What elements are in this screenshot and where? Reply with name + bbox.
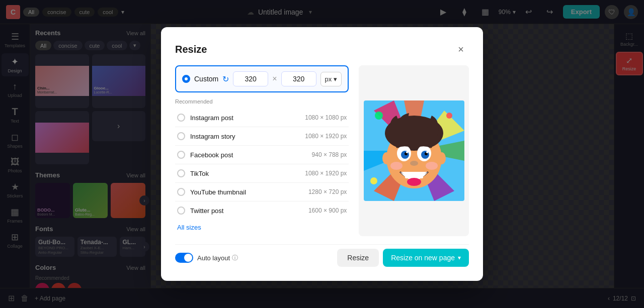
size-name-facebook-post: Facebook post [190,151,307,159]
svg-point-23 [390,162,403,170]
toggle-knob [184,254,192,262]
size-dims-instagram-post: 1080 × 1080 px [305,114,347,121]
svg-point-29 [370,177,377,184]
svg-point-17 [426,151,428,153]
svg-point-27 [375,112,383,120]
size-radio-instagram-post[interactable] [177,114,185,122]
size-item-twitter-post[interactable]: Twitter post 1600 × 900 px [175,201,349,220]
size-name-twitter-post: Twitter post [190,207,303,215]
unit-chevron: ▾ [334,75,337,83]
modal-header: Resize × [175,41,469,57]
size-name-instagram-story: Instagram story [190,133,300,140]
svg-rect-19 [405,172,411,178]
dim-separator: × [272,74,277,83]
modal-title: Resize [175,44,207,55]
preview-canvas [359,65,469,236]
auto-layout-switch[interactable] [175,253,193,263]
resize-button[interactable]: Resize [337,249,379,267]
modal-overlay: Resize × Custom ↻ × px ▾ [0,0,644,308]
recommended-label: Recommended [175,98,349,105]
resize-modal: Resize × Custom ↻ × px ▾ [161,27,483,281]
resize-new-chevron-icon[interactable]: ▾ [458,254,461,261]
size-radio-facebook-post[interactable] [177,151,185,159]
preview-image [364,100,464,201]
custom-radio[interactable] [182,75,190,83]
svg-point-25 [382,152,390,164]
svg-point-18 [410,161,418,166]
size-item-instagram-story[interactable]: Instagram story 1080 × 1920 px [175,127,349,146]
size-dims-instagram-story: 1080 × 1920 px [305,133,347,140]
info-icon[interactable]: ⓘ [232,254,238,262]
size-name-tiktok: TikTok [190,170,300,177]
width-input[interactable] [233,71,268,86]
size-radio-youtube-thumbnail[interactable] [177,188,185,196]
preview-svg [364,100,464,201]
svg-rect-20 [411,172,417,178]
size-item-instagram-post[interactable]: Instagram post 1080 × 1080 px [175,109,349,127]
height-input[interactable] [281,71,316,86]
all-sizes-link[interactable]: All sizes [175,222,349,233]
size-radio-instagram-story[interactable] [177,132,185,140]
svg-point-22 [407,178,421,186]
size-dims-facebook-post: 940 × 788 px [312,151,347,158]
auto-layout-text: Auto layout [197,254,230,262]
size-item-facebook-post[interactable]: Facebook post 940 × 788 px [175,146,349,164]
footer-buttons: Resize Resize on new page ▾ [337,249,469,267]
size-dims-twitter-post: 1600 × 900 px [308,207,347,214]
size-name-instagram-post: Instagram post [190,114,300,122]
custom-size-row: Custom ↻ × px ▾ [175,65,349,92]
custom-label: Custom [194,75,218,83]
size-radio-tiktok[interactable] [177,169,185,177]
modal-controls: Custom ↻ × px ▾ Recommended In [175,65,349,236]
modal-body: Custom ↻ × px ▾ Recommended In [175,65,469,236]
svg-point-16 [406,151,408,153]
size-list: Instagram post 1080 × 1080 px Instagram … [175,109,349,220]
unit-label: px [325,75,332,83]
auto-layout-toggle: Auto layout ⓘ [175,253,238,263]
resize-new-label: Resize on new page [391,254,455,262]
svg-rect-21 [417,172,423,178]
size-name-youtube-thumbnail: YouTube thumbnail [190,188,303,196]
modal-preview [359,65,469,236]
resize-on-new-page-button[interactable]: Resize on new page ▾ [383,249,469,267]
unit-select[interactable]: px ▾ [320,72,342,86]
size-item-youtube-thumbnail[interactable]: YouTube thumbnail 1280 × 720 px [175,183,349,201]
auto-layout-label: Auto layout ⓘ [197,254,238,262]
svg-point-24 [426,162,438,170]
size-item-tiktok[interactable]: TikTok 1080 × 1920 px [175,164,349,183]
refresh-icon[interactable]: ↻ [222,74,229,84]
size-dims-youtube-thumbnail: 1280 × 720 px [308,188,347,195]
custom-radio-inner [185,77,188,80]
svg-point-28 [446,113,452,119]
svg-point-26 [438,152,446,164]
modal-close-button[interactable]: × [453,41,469,57]
size-dims-tiktok: 1080 × 1920 px [305,170,347,177]
modal-footer: Auto layout ⓘ Resize Resize on new page … [175,244,469,267]
size-radio-twitter-post[interactable] [177,207,185,215]
